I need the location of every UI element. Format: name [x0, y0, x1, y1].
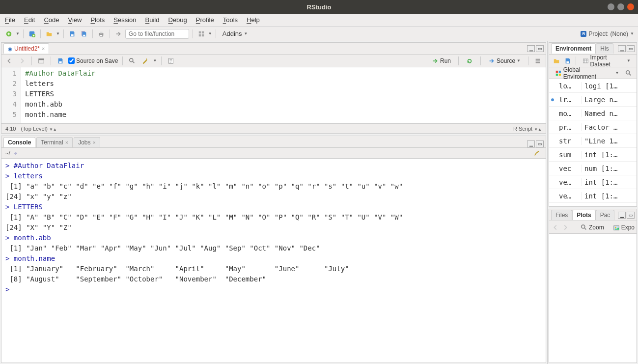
minimize-pane-icon[interactable]: ▁ [527, 45, 535, 52]
cursor-position: 4:10 [5, 126, 16, 132]
titlebar: RStudio [0, 0, 638, 14]
plot-prev-icon[interactable] [552, 223, 559, 232]
env-row[interactable]: ve…int [1:… [549, 175, 637, 189]
show-in-window-icon[interactable] [36, 56, 46, 66]
forward-icon[interactable] [17, 56, 27, 66]
svg-rect-7 [100, 34, 102, 36]
svg-rect-9 [202, 31, 204, 33]
plots-tabbar: Files Plots Pac ▁ ▭ [549, 209, 637, 221]
plot-next-icon[interactable] [562, 223, 569, 232]
tab-jobs[interactable]: Jobs × [74, 137, 100, 147]
zoom-button[interactable]: Zoom [578, 223, 607, 232]
save-icon[interactable] [67, 29, 77, 39]
source-label: Source [497, 57, 515, 64]
tab-plots[interactable]: Plots [572, 210, 595, 220]
environment-tabbar: Environment His ▁ ▭ [549, 43, 637, 55]
close-button[interactable] [627, 3, 634, 10]
menu-file[interactable]: File [5, 16, 15, 24]
close-jobs-icon[interactable]: × [93, 140, 96, 145]
maximize-pane-icon[interactable]: ▭ [536, 45, 544, 52]
menu-debug[interactable]: Debug [168, 16, 187, 24]
source-on-save-checkbox[interactable]: Source on Save [68, 57, 118, 64]
save-workspace-icon[interactable] [563, 56, 572, 66]
env-row[interactable]: ve…int [1:… [549, 189, 637, 203]
grid-dropdown-icon[interactable]: ▼ [208, 31, 212, 36]
menu-session[interactable]: Session [113, 16, 136, 24]
new-file-icon[interactable] [4, 29, 14, 39]
global-env-selector[interactable]: Global Environment ▼ [552, 65, 622, 81]
tab-terminal[interactable]: Terminal × [36, 137, 73, 147]
env-row[interactable]: vecnum [1:… [549, 162, 637, 175]
open-recent-dropdown-icon[interactable]: ▼ [56, 31, 60, 36]
menu-edit[interactable]: Edit [24, 16, 35, 24]
env-row[interactable]: pr…Factor … [549, 120, 637, 134]
open-file-icon[interactable] [44, 29, 54, 39]
console-popout-icon[interactable] [11, 148, 21, 158]
menu-build[interactable]: Build [145, 16, 160, 24]
grid-icon[interactable] [196, 29, 206, 39]
new-project-icon[interactable] [27, 29, 37, 39]
source-editor[interactable]: 12345 #Author DataFlairlettersLETTERSmon… [1, 67, 546, 123]
maximize-console-icon[interactable]: ▭ [536, 140, 544, 147]
tab-history[interactable]: His [596, 43, 613, 54]
new-file-dropdown-icon[interactable]: ▼ [16, 31, 20, 36]
env-row[interactable]: mo…Named n… [549, 107, 637, 120]
import-dropdown-icon: ▼ [627, 58, 631, 63]
menu-view[interactable]: View [68, 16, 82, 24]
svg-rect-10 [199, 34, 201, 36]
clear-console-icon[interactable] [532, 148, 542, 158]
svg-point-24 [582, 224, 585, 228]
project-selector[interactable]: R Project: (None) ▼ [581, 30, 634, 37]
rerun-button[interactable] [463, 56, 476, 65]
environment-list[interactable]: lo…logi [1…●lr…Large n…mo…Named n…pr…Fac… [549, 79, 637, 206]
wand-dropdown-icon[interactable]: ▼ [153, 58, 157, 63]
minimize-button[interactable] [608, 3, 614, 10]
tab-packages[interactable]: Pac [596, 210, 615, 220]
project-dropdown-icon: ▼ [630, 31, 634, 36]
svg-rect-13 [39, 58, 44, 60]
menu-tools[interactable]: Tools [223, 16, 238, 24]
maximize-env-icon[interactable]: ▭ [627, 45, 635, 52]
maximize-button[interactable] [617, 3, 624, 10]
minimize-env-icon[interactable]: ▁ [618, 45, 626, 52]
run-button[interactable]: Run [429, 56, 454, 65]
print-icon[interactable] [96, 29, 106, 39]
console-output[interactable]: > #Author DataFlair> letters [1] "a" "b"… [1, 159, 546, 363]
filetype-selector[interactable]: R Script ▼▲ [513, 126, 542, 132]
env-row[interactable]: sumint [1:… [549, 148, 637, 162]
source-dropdown-icon: ▼ [517, 58, 521, 63]
minimize-console-icon[interactable]: ▁ [527, 140, 535, 147]
outline-icon[interactable] [533, 56, 543, 66]
load-workspace-icon[interactable] [552, 56, 561, 66]
env-row[interactable]: lo…logi [1… [549, 79, 637, 93]
source-tab-untitled2[interactable]: ◉ Untitled2* × [3, 43, 49, 54]
tab-console[interactable]: Console [3, 137, 35, 147]
source-on-save-input[interactable] [68, 57, 75, 64]
close-tab-icon[interactable]: × [42, 46, 45, 52]
scope-selector[interactable]: (Top Level) ▼▲ [21, 126, 56, 132]
menu-help[interactable]: Help [247, 16, 260, 24]
tab-files[interactable]: Files [551, 210, 572, 220]
tab-environment[interactable]: Environment [551, 43, 596, 54]
menu-plots[interactable]: Plots [90, 16, 105, 24]
menu-code[interactable]: Code [44, 16, 59, 24]
export-button[interactable]: Expo [610, 223, 638, 232]
find-icon[interactable] [127, 56, 137, 66]
source-button[interactable]: Source ▼ [485, 56, 524, 65]
back-icon[interactable] [4, 56, 14, 66]
wand-icon[interactable] [140, 56, 150, 66]
goto-file-input[interactable] [125, 29, 189, 39]
save-file-icon[interactable] [55, 56, 65, 66]
menu-profile[interactable]: Profile [196, 16, 214, 24]
maximize-plots-icon[interactable]: ▭ [627, 212, 635, 219]
env-row[interactable]: str"Line 1… [549, 134, 637, 148]
environment-scope-bar: Global Environment ▼ [549, 67, 637, 79]
close-terminal-icon[interactable]: × [65, 140, 68, 145]
compile-report-icon[interactable] [166, 56, 176, 66]
svg-rect-3 [71, 34, 73, 36]
search-env-icon[interactable] [624, 68, 634, 78]
minimize-plots-icon[interactable]: ▁ [618, 212, 626, 219]
save-all-icon[interactable] [79, 29, 89, 39]
addins-button[interactable]: Addins ▼ [220, 30, 251, 37]
env-row[interactable]: ●lr…Large n… [549, 93, 637, 107]
